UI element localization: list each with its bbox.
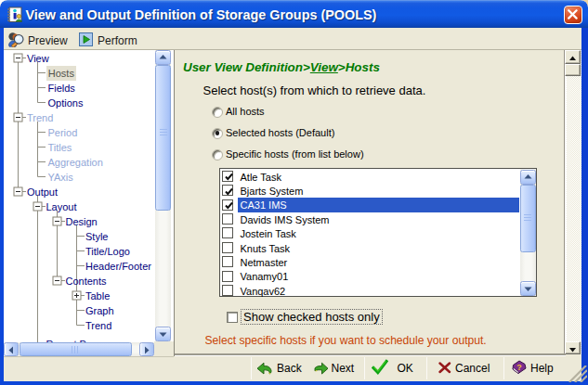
svg-text:?: ? (516, 363, 522, 372)
